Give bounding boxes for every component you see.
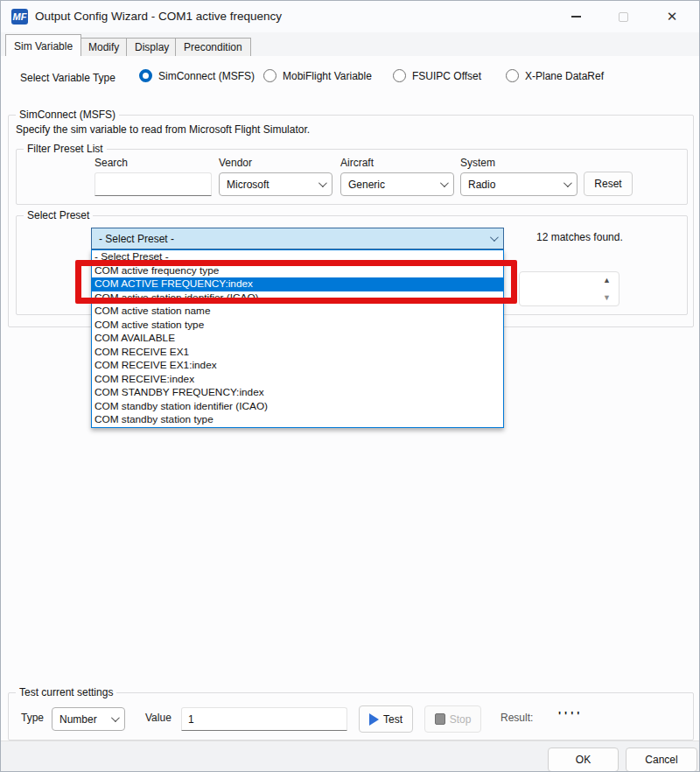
system-label: System [460,157,495,169]
preset-dropdown-list: - Select Preset - COM active frequency t… [91,249,504,428]
minimize-button[interactable] [556,1,596,32]
radio-fsuipc[interactable]: FSUIPC Offset [393,69,481,82]
type-label: Type [21,712,44,724]
preset-option[interactable]: COM active station name [92,305,503,319]
preset-option[interactable]: COM active frequency type [92,264,503,278]
tab-display[interactable]: Display [126,38,178,56]
system-value: Radio [468,179,564,191]
chevron-down-icon [490,233,499,242]
title-bar: MF Output Config Wizard - COM1 active fr… [1,1,699,32]
vendor-label: Vendor [219,157,252,169]
close-button[interactable]: ✕ [652,1,692,32]
type-select[interactable]: Number [52,707,125,731]
preset-option[interactable]: COM active station identifier (ICAO) [92,291,503,305]
aircraft-select[interactable]: Generic [340,172,454,196]
filter-preset-groupbox: Filter Preset List Search Vendor Aircraf… [16,149,688,205]
vendor-value: Microsoft [227,179,318,191]
radio-simconnect[interactable]: SimConnect (MSFS) [139,69,255,82]
test-group-title: Test current settings [16,686,116,698]
test-button-label: Test [383,713,402,726]
chevron-down-icon [318,179,327,187]
preset-option[interactable]: COM STANDBY FREQUENCY:index [92,386,503,400]
preset-group-title: Select Preset [24,209,93,221]
simconnect-description: Specify the sim variable to read from Mi… [16,123,310,136]
result-label: Result: [500,712,533,724]
radio-xplane-label: X-Plane DataRef [525,70,604,82]
play-icon [369,713,379,726]
chevron-down-icon [564,179,572,187]
tab-strip: Sim Variable Modify Display Precondition [1,32,699,56]
test-button[interactable]: Test [359,705,413,733]
index-spinner[interactable]: ▲ ▼ [519,271,620,306]
tab-modify[interactable]: Modify [80,38,128,56]
maximize-icon [619,12,628,22]
spinner-up-icon[interactable]: ▲ [603,276,611,284]
radio-icon [506,69,519,82]
aircraft-label: Aircraft [340,157,374,169]
value-label: Value [145,712,172,724]
radio-simconnect-label: SimConnect (MSFS) [158,70,255,82]
radio-mobiflight[interactable]: MobiFlight Variable [263,69,372,82]
minimize-icon [571,16,581,18]
cancel-button[interactable]: Cancel [626,747,697,772]
value-input[interactable] [181,707,347,731]
window-title: Output Config Wizard - COM1 active frequ… [35,10,282,23]
preset-option[interactable]: COM RECEIVE EX1 [92,346,503,360]
spinner-down-icon[interactable]: ▼ [603,293,611,302]
radio-selected-icon [139,69,152,82]
reset-button[interactable]: Reset [584,172,633,196]
ok-button[interactable]: OK [548,747,619,772]
stop-button: Stop [424,705,481,733]
radio-icon [393,69,406,82]
preset-option[interactable]: - Select Preset - [92,250,503,264]
search-label: Search [94,157,128,169]
radio-fsuipc-label: FSUIPC Offset [412,70,481,82]
preset-option[interactable]: COM active station type [92,319,503,333]
filter-group-title: Filter Preset List [24,143,107,155]
search-input[interactable] [94,172,212,196]
chevron-down-icon [440,179,449,187]
app-logo-icon: MF [11,9,28,25]
variable-type-label: Select Variable Type [20,72,116,84]
variable-type-row: Select Variable Type SimConnect (MSFS) M… [1,69,699,87]
aircraft-value: Generic [348,179,440,191]
stop-icon [435,713,445,725]
radio-mobiflight-label: MobiFlight Variable [283,70,372,82]
type-value: Number [60,713,111,726]
radio-icon [263,69,276,82]
matches-found-text: 12 matches found. [536,231,623,243]
vendor-select[interactable]: Microsoft [219,172,332,196]
preset-option[interactable]: COM standby station type [92,413,503,427]
tab-precondition[interactable]: Precondition [175,38,251,56]
simconnect-group-title: SimConnect (MSFS) [16,109,119,121]
result-value: '''' [558,709,583,722]
preset-select-value: - Select Preset - [99,233,490,245]
radio-xplane[interactable]: X-Plane DataRef [506,69,604,82]
preset-option[interactable]: COM RECEIVE:index [92,373,503,387]
preset-select[interactable]: - Select Preset - [91,228,504,249]
output-config-wizard-dialog: MF Output Config Wizard - COM1 active fr… [0,0,700,772]
footer-bar: OK Cancel [1,740,699,772]
preset-option-selected[interactable]: COM ACTIVE FREQUENCY:index [92,277,503,291]
preset-option[interactable]: COM AVAILABLE [92,332,503,346]
preset-option[interactable]: COM standby station identifier (ICAO) [92,400,503,414]
test-settings-groupbox: Test current settings Type Number Value … [8,692,694,740]
preset-option[interactable]: COM RECEIVE EX1:index [92,359,503,373]
chevron-down-icon [111,713,120,722]
stop-button-label: Stop [450,713,472,726]
maximize-button [603,1,643,32]
tab-sim-variable[interactable]: Sim Variable [5,34,81,56]
system-select[interactable]: Radio [460,172,578,196]
